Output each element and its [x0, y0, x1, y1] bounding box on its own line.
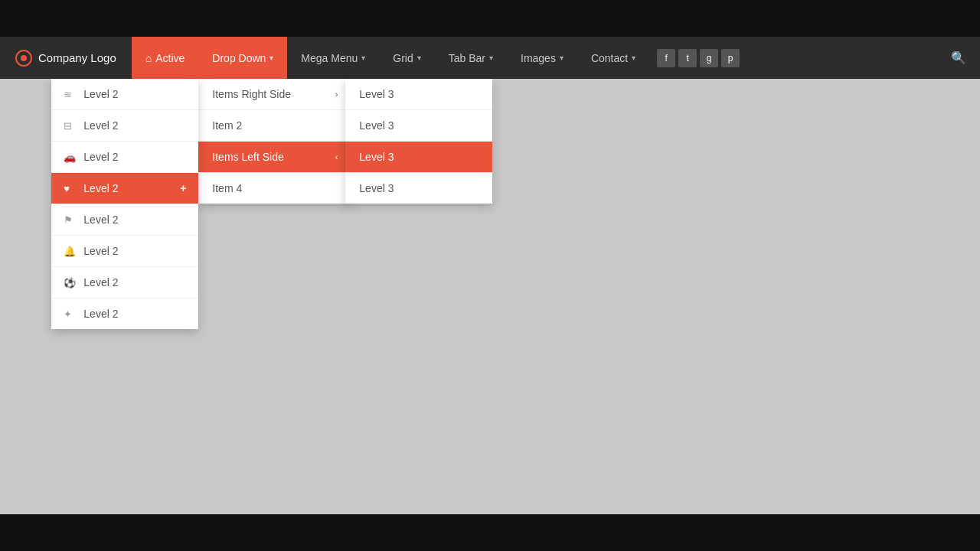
level3-item-label: Level 3 — [359, 151, 394, 163]
flag-icon: ⚑ — [64, 214, 76, 226]
nav-contact-label: Contact — [591, 52, 628, 64]
pinterest-icon[interactable]: p — [721, 49, 740, 67]
grid-chevron-icon: ▾ — [417, 54, 421, 62]
nav-link-tabbar[interactable]: Tab Bar ▾ — [435, 37, 507, 79]
nav-link-images[interactable]: Images ▾ — [507, 37, 577, 79]
dropdown-item-items-right-side[interactable]: Items Right Side › — [198, 79, 351, 110]
dropdown-menu: Items Right Side › Item 2 Items Left Sid… — [198, 79, 351, 204]
megamenu-chevron-icon: ▾ — [361, 54, 365, 62]
car-icon: 🚗 — [64, 152, 76, 163]
nav-item-dropdown: Drop Down ▾ Items Right Side › Item 2 It… — [198, 37, 287, 79]
level2-item-label: Level 2 — [83, 151, 118, 163]
level3-item-label: Level 3 — [359, 88, 394, 100]
nav-item-megamenu: Mega Menu ▾ — [287, 37, 379, 79]
brand-logo[interactable]: Company Logo — [0, 37, 132, 79]
nav-link-grid[interactable]: Grid ▾ — [379, 37, 434, 79]
search-button[interactable]: 🔍 — [937, 37, 980, 79]
level2-item-3[interactable]: 🚗 Level 2 — [51, 142, 198, 173]
level2-item-label: Level 2 — [83, 88, 118, 100]
dropdown-item-item4[interactable]: Item 4 — [198, 173, 351, 204]
dropdown-item-item2[interactable]: Item 2 — [198, 110, 351, 142]
dropdown-item-label: Item 4 — [212, 182, 242, 194]
dropdown-chevron-icon: ▾ — [270, 54, 273, 62]
level3-item-4[interactable]: Level 3 — [345, 173, 492, 204]
nav-grid-label: Grid — [393, 52, 413, 64]
nav-link-dropdown[interactable]: Drop Down ▾ — [198, 37, 287, 79]
social-icons-group: f t g p — [649, 49, 747, 67]
level3-item-3[interactable]: Level 3 — [345, 142, 492, 173]
navbar: Company Logo ⌂ Active Drop Down ▾ Items … — [0, 37, 980, 79]
top-black-bar — [0, 0, 980, 37]
dropdown-item-label: Items Right Side — [212, 88, 291, 100]
level2-item-6[interactable]: 🔔 Level 2 — [51, 236, 198, 267]
bell-icon: 🔔 — [64, 246, 76, 257]
search-icon: 🔍 — [951, 51, 966, 65]
level2-item-5[interactable]: ⚑ Level 2 — [51, 204, 198, 236]
plus-icon: + — [180, 182, 186, 194]
nav-dropdown-label: Drop Down — [212, 52, 266, 64]
bed-icon: ⊟ — [64, 120, 76, 132]
heart-icon: ♥ — [64, 183, 76, 194]
level2-panel: ≋ Level 2 ⊟ Level 2 🚗 Level 2 ♥ L — [51, 79, 198, 329]
level2-item-label: Level 2 — [83, 119, 118, 132]
nav-link-megamenu[interactable]: Mega Menu ▾ — [287, 37, 379, 79]
level2-item-8[interactable]: ✦ Level 2 — [51, 298, 198, 329]
arrow-right-icon: › — [335, 90, 338, 99]
nav-item-contact: Contact ▾ — [577, 37, 649, 79]
nav-item-active: ⌂ Active — [132, 37, 199, 79]
dropdown-item-label: Item 2 — [212, 119, 242, 132]
nav-item-images: Images ▾ — [507, 37, 577, 79]
nav-tabbar-label: Tab Bar — [449, 52, 485, 64]
nav-megamenu-label: Mega Menu — [301, 52, 358, 64]
wifi-icon: ≋ — [64, 89, 76, 100]
googleplus-icon[interactable]: g — [700, 49, 718, 67]
level3-item-1[interactable]: Level 3 — [345, 79, 492, 110]
level2-item-1[interactable]: ≋ Level 2 — [51, 79, 198, 110]
dropdown-item-items-left-side[interactable]: Items Left Side ‹ — [198, 142, 351, 173]
nav-item-grid: Grid ▾ — [379, 37, 434, 79]
level3-item-2[interactable]: Level 3 — [345, 110, 492, 142]
level2-item-label: Level 2 — [83, 182, 118, 194]
home-icon: ⌂ — [145, 52, 152, 64]
level2-item-4[interactable]: ♥ Level 2 + — [51, 173, 198, 204]
brand-icon — [15, 50, 32, 67]
arrow-left-icon: ‹ — [335, 152, 338, 161]
nav-link-active[interactable]: ⌂ Active — [132, 37, 199, 79]
dropdown-item-label: Items Left Side — [212, 151, 283, 163]
level2-item-label: Level 2 — [83, 245, 118, 257]
soccer-icon: ⚽ — [64, 277, 76, 289]
level2-item-label: Level 2 — [83, 276, 118, 289]
tabbar-chevron-icon: ▾ — [489, 54, 493, 62]
twitter-icon[interactable]: t — [678, 49, 697, 67]
level3-item-label: Level 3 — [359, 119, 394, 132]
level2-item-2[interactable]: ⊟ Level 2 — [51, 110, 198, 142]
level3-item-label: Level 3 — [359, 182, 394, 194]
level2-item-7[interactable]: ⚽ Level 2 — [51, 267, 198, 298]
contact-chevron-icon: ▾ — [632, 54, 635, 62]
globe-icon: ✦ — [64, 308, 76, 320]
level2-item-label: Level 2 — [83, 214, 118, 226]
brand-label: Company Logo — [38, 51, 116, 64]
nav-item-tabbar: Tab Bar ▾ — [435, 37, 507, 79]
nav-active-label: Active — [155, 52, 185, 64]
facebook-icon[interactable]: f — [657, 49, 675, 67]
nav-link-contact[interactable]: Contact ▾ — [577, 37, 649, 79]
nav-images-label: Images — [521, 52, 556, 64]
level2-item-label: Level 2 — [83, 308, 118, 320]
images-chevron-icon: ▾ — [560, 54, 564, 62]
level3-panel: Level 3 Level 3 Level 3 Level 3 — [345, 79, 492, 204]
